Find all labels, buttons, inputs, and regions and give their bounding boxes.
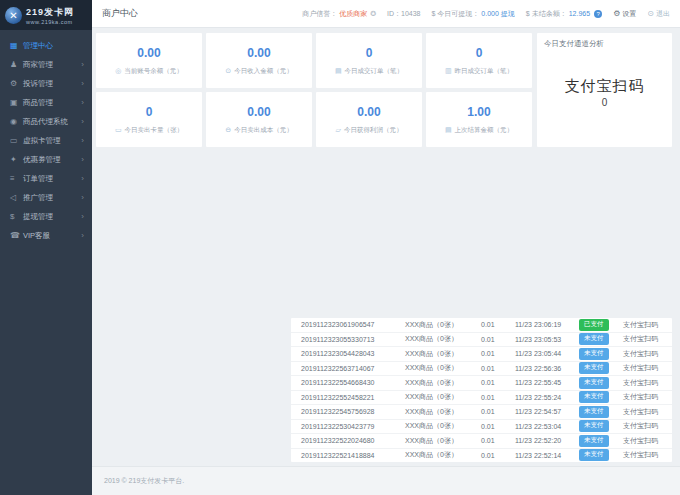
- order-product-cell: XXX商品（0张）: [405, 407, 481, 417]
- brand-logo[interactable]: ✕ 219发卡网 www.219ka.com: [0, 0, 92, 30]
- order-row: 2019112323055330713 XXX商品（0张） 0.01 11/23…: [291, 332, 672, 347]
- stat-card: 0 ▭ 今日卖出卡量（张）: [96, 92, 202, 147]
- chevron-right-icon: ›: [81, 60, 84, 69]
- menu-item-label: 管理中心: [23, 41, 84, 51]
- order-amount-cell: 0.01: [481, 365, 515, 372]
- stat-card: 0.00 ◎ 当前账号余额（元）: [96, 33, 202, 88]
- order-amount-cell: 0.01: [481, 437, 515, 444]
- chevron-right-icon: ›: [81, 155, 84, 164]
- main-area: 商户中心 商户信誉： 优质商家 ✪ ID：10438 $ 今日可提现： 0.00…: [92, 0, 680, 495]
- menu-item-label: 商家管理: [23, 60, 81, 70]
- stat-icon: ▭: [115, 126, 122, 134]
- stat-label: 今日卖出成本（元）: [234, 126, 293, 135]
- order-number-cell: 2019112322554668430: [301, 379, 405, 386]
- stat-label: 今日获得利润（元）: [344, 126, 403, 135]
- sidebar-menu-item[interactable]: ⚙ 投诉管理 ›: [0, 74, 92, 93]
- logout-button[interactable]: ⊙ 退出: [647, 9, 670, 19]
- menu-item-icon: ▦: [10, 41, 23, 50]
- order-product-cell: XXX商品（0张）: [405, 320, 481, 330]
- order-channel-cell: 支付宝扫码: [623, 363, 662, 373]
- order-status-badge: 未支付: [579, 377, 609, 389]
- order-time-cell: 11/23 22:56:36: [515, 365, 579, 372]
- unsettled-label: $ 未结余额：: [526, 9, 567, 19]
- settings-button[interactable]: ⚙ 设置: [613, 9, 636, 19]
- stat-value: 0.00: [247, 105, 270, 119]
- order-amount-cell: 0.01: [481, 321, 515, 328]
- order-number-cell: 2019112322552458221: [301, 394, 405, 401]
- order-amount-cell: 0.01: [481, 408, 515, 415]
- stat-card: 0.00 ⊖ 今日卖出成本（元）: [206, 92, 312, 147]
- order-product-cell: XXX商品（0张）: [405, 436, 481, 446]
- chevron-right-icon: ›: [81, 117, 84, 126]
- order-channel-cell: 支付宝扫码: [623, 320, 662, 330]
- order-time-cell: 11/23 22:55:45: [515, 379, 579, 386]
- sidebar-menu-item[interactable]: ▭ 虚拟卡管理 ›: [0, 131, 92, 150]
- order-channel-cell: 支付宝扫码: [623, 421, 662, 431]
- order-product-cell: XXX商品（0张）: [405, 334, 481, 344]
- menu-item-label: 优惠券管理: [23, 155, 81, 165]
- chevron-right-icon: ›: [81, 98, 84, 107]
- sidebar-menu-item[interactable]: ≡ 订单管理 ›: [0, 169, 92, 188]
- order-channel-cell: 支付宝扫码: [623, 349, 662, 359]
- stats-section: 0.00 ◎ 当前账号余额（元） 0.00 ⊙ 今日收入金额（元） 0: [96, 33, 672, 147]
- withdrawable-value: 0.000: [481, 10, 499, 17]
- topbar: 商户中心 商户信誉： 优质商家 ✪ ID：10438 $ 今日可提现： 0.00…: [92, 0, 680, 28]
- sidebar-menu-item[interactable]: ✦ 优惠券管理 ›: [0, 150, 92, 169]
- order-product-cell: XXX商品（0张）: [405, 378, 481, 388]
- sidebar-menu: ▦ 管理中心 ♟ 商家管理 › ⚙ 投诉管理 › ▣ 商品管理 › ◉ 商品代理…: [0, 30, 92, 245]
- order-channel-cell: 支付宝扫码: [623, 392, 662, 402]
- order-status-badge: 未支付: [579, 362, 609, 374]
- order-status-badge: 未支付: [579, 391, 609, 403]
- chevron-right-icon: ›: [81, 231, 84, 240]
- reputation-value: 优质商家: [339, 9, 367, 19]
- sidebar-menu-item[interactable]: ♟ 商家管理 ›: [0, 55, 92, 74]
- stat-value: 0.00: [247, 46, 270, 60]
- stat-card: 1.00 ▤ 上次结算金额（元）: [426, 92, 532, 147]
- order-number-cell: 2019112323061906547: [301, 321, 405, 328]
- menu-item-icon: ▭: [10, 136, 23, 145]
- settings-label: 设置: [622, 9, 636, 19]
- order-time-cell: 11/23 23:05:44: [515, 350, 579, 357]
- stat-icon: ▱: [336, 126, 341, 134]
- menu-item-label: 投诉管理: [23, 79, 81, 89]
- reputation-label: 商户信誉：: [302, 9, 337, 19]
- stat-card: 0.00 ▱ 今日获得利润（元）: [316, 92, 422, 147]
- sidebar-menu-item[interactable]: ◁ 推广管理 ›: [0, 188, 92, 207]
- stat-value: 0: [476, 46, 483, 60]
- order-product-cell: XXX商品（0张）: [405, 363, 481, 373]
- payment-channel-panel: 今日支付通道分析 支付宝扫码 0: [537, 33, 672, 147]
- order-status-badge: 未支付: [579, 406, 609, 418]
- order-number-cell: 2019112323055330713: [301, 336, 405, 343]
- menu-item-icon: ☎: [10, 231, 23, 240]
- order-status-badge: 未支付: [579, 420, 609, 432]
- unsettled-group: $ 未结余额： 12.965 ?: [526, 9, 602, 19]
- menu-item-icon: ◉: [10, 117, 23, 126]
- sidebar-menu-item[interactable]: $ 提现管理 ›: [0, 207, 92, 226]
- order-amount-cell: 0.01: [481, 336, 515, 343]
- sidebar-menu-item[interactable]: ▦ 管理中心: [0, 36, 92, 55]
- menu-item-label: 提现管理: [23, 212, 81, 222]
- sidebar-menu-item[interactable]: ▣ 商品管理 ›: [0, 93, 92, 112]
- order-number-cell: 2019112323054428043: [301, 350, 405, 357]
- order-status-badge: 未支付: [579, 449, 609, 461]
- content-area: 0.00 ◎ 当前账号余额（元） 0.00 ⊙ 今日收入金额（元） 0: [92, 28, 680, 495]
- stat-label: 今日卖出卡量（张）: [125, 126, 184, 135]
- order-time-cell: 11/23 22:52:20: [515, 437, 579, 444]
- help-icon[interactable]: ?: [594, 10, 602, 18]
- app-window: ✕ 219发卡网 www.219ka.com ▦ 管理中心 ♟ 商家管理 › ⚙…: [0, 0, 680, 495]
- order-product-cell: XXX商品（0张）: [405, 349, 481, 359]
- order-channel-cell: 支付宝扫码: [623, 407, 662, 417]
- order-status-badge: 未支付: [579, 333, 609, 345]
- menu-item-label: 推广管理: [23, 193, 81, 203]
- order-row: 2019112322522024680 XXX商品（0张） 0.01 11/23…: [291, 433, 672, 448]
- chevron-right-icon: ›: [81, 136, 84, 145]
- order-row: 2019112322552458221 XXX商品（0张） 0.01 11/23…: [291, 390, 672, 405]
- stat-value: 0: [146, 105, 153, 119]
- sidebar-menu-item[interactable]: ◉ 商品代理系统 ›: [0, 112, 92, 131]
- sidebar-menu-item[interactable]: ☎ VIP客服 ›: [0, 226, 92, 245]
- stat-card: 0 ▥ 昨日成交订单（笔）: [426, 33, 532, 88]
- recent-orders-table: 2019112323061906547 XXX商品（0张） 0.01 11/23…: [291, 318, 672, 462]
- withdraw-link[interactable]: 提现: [501, 9, 515, 19]
- menu-item-label: 订单管理: [23, 174, 81, 184]
- order-row: 2019112322563714067 XXX商品（0张） 0.01 11/23…: [291, 361, 672, 376]
